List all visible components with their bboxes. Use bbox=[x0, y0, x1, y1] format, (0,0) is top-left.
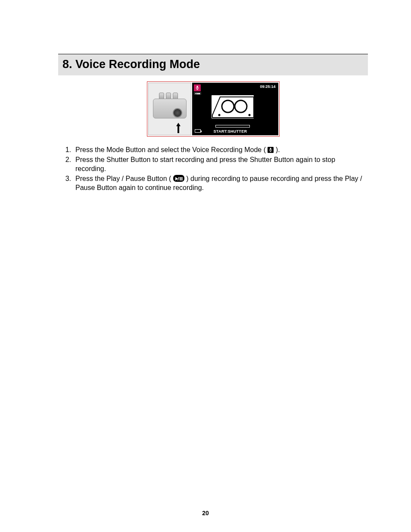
page-number: 20 bbox=[0, 510, 411, 516]
svg-rect-8 bbox=[270, 148, 271, 150]
lcd-screen: ◄■■ 09:25:14 START:SHUTTER bbox=[192, 83, 278, 135]
heading-bar: 8. Voice Recording Mode bbox=[58, 54, 368, 75]
svg-rect-11 bbox=[173, 176, 184, 182]
svg-rect-14 bbox=[181, 177, 183, 180]
step-text-pre: Press the Shutter Button to start record… bbox=[75, 156, 335, 173]
page-content: 8. Voice Recording Mode ◄■■ 09:25:14 bbox=[58, 54, 368, 193]
step-number: 1. bbox=[63, 145, 75, 155]
svg-rect-13 bbox=[180, 177, 181, 180]
recording-timer: 09:25:14 bbox=[260, 84, 275, 89]
camera-lens bbox=[173, 108, 182, 118]
mic-mode-icon bbox=[194, 84, 201, 91]
step-text-pre: Press the Mode Button and select the Voi… bbox=[75, 146, 268, 153]
svg-point-6 bbox=[248, 114, 250, 116]
mic-icon bbox=[268, 147, 274, 153]
step-text: Press the Shutter Button to start record… bbox=[75, 155, 364, 174]
arrow-up-icon bbox=[176, 123, 181, 133]
step-number: 3. bbox=[63, 174, 75, 193]
step-number: 2. bbox=[63, 155, 75, 174]
list-item: 2. Press the Shutter Button to start rec… bbox=[63, 155, 364, 174]
svg-point-5 bbox=[218, 114, 220, 116]
battery-icon bbox=[195, 129, 201, 133]
camera-illustration bbox=[148, 83, 191, 135]
step-text: Press the Mode Button and select the Voi… bbox=[75, 145, 364, 155]
step-text: Press the Play / Pause Button ( ) during… bbox=[75, 174, 364, 193]
cassette-icon bbox=[211, 95, 254, 119]
step-text-pre: Press the Play / Pause Button ( bbox=[75, 175, 173, 182]
instruction-list: 1. Press the Mode Button and select the … bbox=[58, 145, 368, 193]
start-shutter-label: START:SHUTTER bbox=[214, 129, 247, 134]
status-label-icon: ◄■■ bbox=[194, 92, 201, 95]
list-item: 1. Press the Mode Button and select the … bbox=[63, 145, 364, 155]
section-heading: 8. Voice Recording Mode bbox=[62, 58, 364, 71]
svg-rect-0 bbox=[196, 86, 198, 88]
figure-voice-recording: ◄■■ 09:25:14 START:SHUTTER bbox=[147, 81, 280, 137]
step-text-post: ). bbox=[274, 146, 280, 153]
play-pause-icon bbox=[173, 175, 184, 181]
list-item: 3. Press the Play / Pause Button ( ) dur… bbox=[63, 174, 364, 193]
progress-bar bbox=[215, 125, 250, 128]
